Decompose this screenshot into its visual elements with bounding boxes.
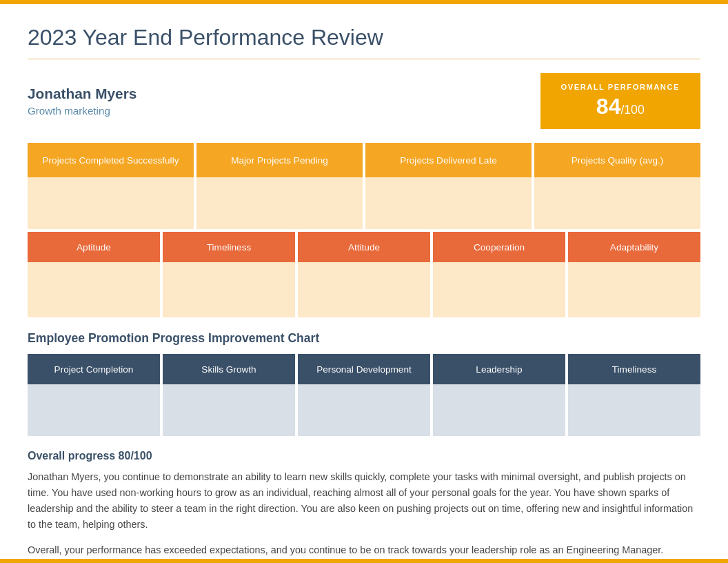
skill-label-4: Adaptability: [568, 232, 700, 262]
skill-card-0: Aptitude: [28, 232, 160, 317]
stat-body-2: [365, 177, 532, 229]
overall-score: 84/100: [561, 94, 680, 119]
promo-body-3: [433, 384, 565, 436]
promotion-chart-title: Employee Promotion Progress Improvement …: [28, 331, 700, 346]
promo-label-2: Personal Development: [298, 354, 430, 384]
skills-grid: Aptitude Timeliness Attitude Cooperation…: [28, 232, 700, 317]
divider: [28, 59, 700, 59]
promo-card-4: Timeliness: [568, 354, 700, 436]
promo-label-0: Project Completion: [28, 354, 160, 384]
stat-card-3: Projects Quality (avg.): [534, 143, 700, 229]
skill-card-3: Cooperation: [433, 232, 565, 317]
promo-body-4: [568, 384, 700, 436]
skill-card-2: Attitude: [298, 232, 430, 317]
skill-body-1: [163, 262, 295, 317]
employee-info: Jonathan Myers Growth marketing: [28, 86, 136, 117]
stat-card-0: Projects Completed Successfully: [28, 143, 194, 229]
stat-label-1: Major Projects Pending: [196, 143, 363, 177]
header-row: Jonathan Myers Growth marketing OVERALL …: [28, 73, 700, 129]
stats-grid: Projects Completed Successfully Major Pr…: [28, 143, 700, 229]
employee-role: Growth marketing: [28, 105, 136, 117]
skill-label-1: Timeliness: [163, 232, 295, 262]
promo-card-3: Leadership: [433, 354, 565, 436]
review-paragraph-2: Overall, your performance has exceeded e…: [28, 542, 700, 558]
stat-body-3: [534, 177, 700, 229]
skill-body-0: [28, 262, 160, 317]
promo-label-1: Skills Growth: [163, 354, 295, 384]
skill-body-3: [433, 262, 565, 317]
promo-card-0: Project Completion: [28, 354, 160, 436]
stat-card-1: Major Projects Pending: [196, 143, 363, 229]
stat-body-1: [196, 177, 363, 229]
skill-label-3: Cooperation: [433, 232, 565, 262]
skill-card-1: Timeliness: [163, 232, 295, 317]
skill-label-0: Aptitude: [28, 232, 160, 262]
promo-body-1: [163, 384, 295, 436]
promo-label-4: Timeliness: [568, 354, 700, 384]
stat-label-3: Projects Quality (avg.): [534, 143, 700, 177]
page-title: 2023 Year End Performance Review: [28, 25, 700, 50]
stat-label-2: Projects Delivered Late: [365, 143, 532, 177]
promo-label-3: Leadership: [433, 354, 565, 384]
promo-card-1: Skills Growth: [163, 354, 295, 436]
overall-performance-box: OVERALL PERFORMANCE 84/100: [540, 73, 701, 129]
skill-body-2: [298, 262, 430, 317]
promo-body-0: [28, 384, 160, 436]
score-value: 84: [596, 94, 621, 119]
skill-label-2: Attitude: [298, 232, 430, 262]
stat-label-0: Projects Completed Successfully: [28, 143, 194, 177]
bottom-bar: [0, 559, 728, 563]
employee-name: Jonathan Myers: [28, 86, 136, 102]
skill-card-4: Adaptability: [568, 232, 700, 317]
promo-body-2: [298, 384, 430, 436]
stat-body-0: [28, 177, 194, 229]
overall-progress-title: Overall progress 80/100: [28, 450, 700, 462]
promo-card-2: Personal Development: [298, 354, 430, 436]
promo-grid: Project Completion Skills Growth Persona…: [28, 354, 700, 436]
stat-card-2: Projects Delivered Late: [365, 143, 532, 229]
review-paragraph-1: Jonathan Myers, you continue to demonstr…: [28, 469, 700, 533]
score-denom: /100: [620, 103, 644, 117]
overall-label: OVERALL PERFORMANCE: [561, 83, 680, 91]
skill-body-4: [568, 262, 700, 317]
